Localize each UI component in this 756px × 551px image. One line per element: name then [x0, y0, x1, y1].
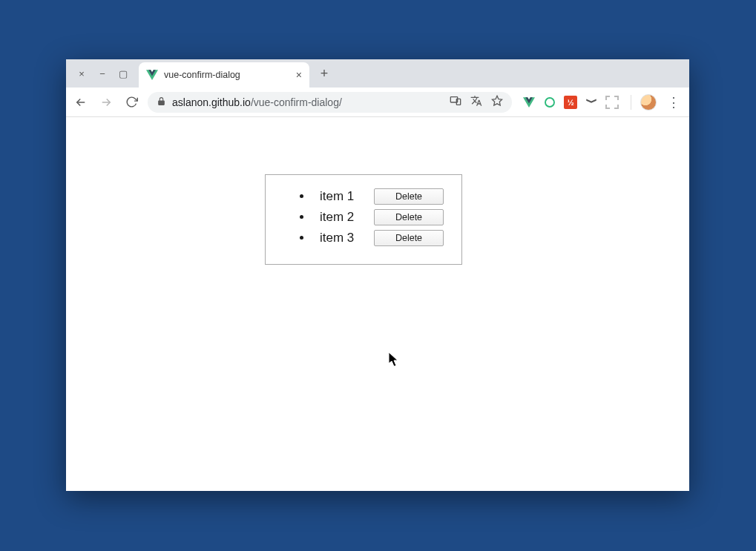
item-list: item 1 Delete item 2 Delete item 3 Delet… [283, 188, 444, 246]
circle-ext-icon[interactable] [543, 96, 556, 109]
address-bar[interactable]: aslanon.github.io/vue-confirm-dialog/ [148, 92, 512, 113]
translate-icon[interactable] [470, 95, 482, 109]
profile-avatar[interactable] [640, 94, 657, 110]
star-icon[interactable] [491, 95, 503, 109]
window-minimize-button[interactable]: − [97, 68, 108, 79]
toolbar-separator [631, 95, 631, 110]
red-ext-icon[interactable]: ½ [564, 96, 577, 109]
delete-button[interactable]: Delete [374, 188, 444, 205]
extension-icons: ½ [519, 96, 622, 109]
url-path: /vue-confirm-dialog/ [251, 96, 342, 108]
tab-close-button[interactable]: × [296, 69, 302, 81]
delete-button[interactable]: Delete [374, 209, 444, 225]
list-item: item 3 Delete [300, 230, 444, 246]
forward-button[interactable] [97, 93, 115, 111]
delete-button[interactable]: Delete [374, 230, 444, 246]
item-label: item 3 [300, 231, 354, 245]
new-tab-button[interactable]: + [315, 66, 333, 82]
window-controls: × − ▢ [70, 68, 134, 79]
square-ext-icon[interactable] [605, 96, 619, 109]
tab-list: vue-confirm-dialog × [139, 59, 309, 88]
address-bar-row: aslanon.github.io/vue-confirm-dialog/ [66, 88, 689, 117]
svg-point-3 [545, 98, 554, 107]
back-button[interactable] [72, 93, 90, 111]
tab-title: vue-confirm-dialog [164, 70, 290, 80]
url-text: aslanon.github.io/vue-confirm-dialog/ [172, 96, 444, 108]
devices-icon[interactable] [450, 95, 461, 109]
window-close-button[interactable]: × [76, 68, 87, 79]
shape-ext-icon[interactable] [585, 96, 598, 109]
browser-window: × − ▢ vue-confirm-dialog × + [66, 59, 689, 491]
list-item: item 2 Delete [300, 209, 444, 225]
url-domain: aslanon.github.io [172, 96, 251, 108]
reload-button[interactable] [122, 93, 140, 111]
page-viewport: item 1 Delete item 2 Delete item 3 Delet… [66, 117, 689, 491]
svg-marker-2 [492, 96, 502, 105]
item-panel: item 1 Delete item 2 Delete item 3 Delet… [265, 174, 462, 265]
menu-button[interactable]: ⋮ [664, 94, 683, 110]
browser-tab[interactable]: vue-confirm-dialog × [139, 62, 309, 88]
tab-strip: × − ▢ vue-confirm-dialog × + [66, 59, 689, 88]
item-label: item 1 [300, 189, 354, 204]
window-maximize-button[interactable]: ▢ [118, 68, 128, 79]
vue-icon [146, 69, 158, 81]
item-label: item 2 [300, 210, 354, 225]
list-item: item 1 Delete [300, 188, 444, 205]
vue-ext-icon[interactable] [522, 96, 536, 109]
lock-icon [157, 96, 166, 108]
